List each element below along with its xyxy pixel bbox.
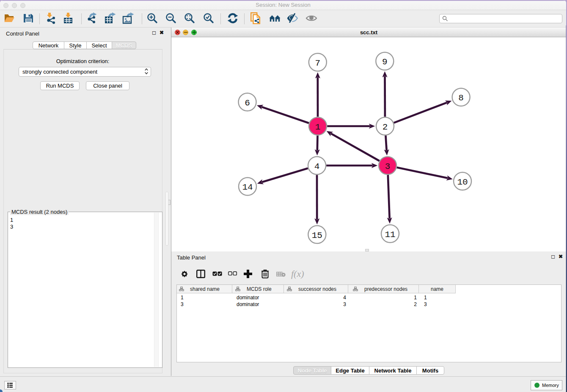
svg-text:2: 2 <box>383 122 388 132</box>
svg-text:8: 8 <box>458 93 464 103</box>
svg-text:10: 10 <box>457 177 468 187</box>
svg-text:9: 9 <box>382 57 388 67</box>
svg-text:7: 7 <box>315 58 320 68</box>
svg-text:3: 3 <box>385 162 391 171</box>
svg-text:11: 11 <box>385 230 395 240</box>
svg-text:15: 15 <box>312 231 322 240</box>
svg-text:14: 14 <box>242 182 253 192</box>
svg-text:1: 1 <box>315 122 321 132</box>
svg-text:4: 4 <box>314 162 320 171</box>
svg-text:6: 6 <box>245 98 250 108</box>
